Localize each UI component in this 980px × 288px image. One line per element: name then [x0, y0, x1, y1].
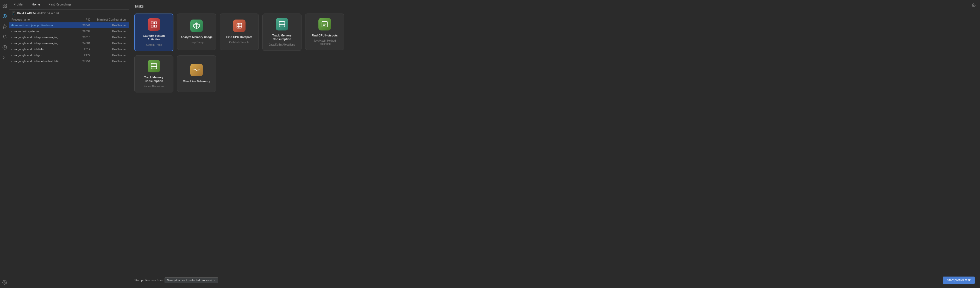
- svg-point-5: [4, 16, 5, 17]
- task-card-capture-system[interactable]: Capture System Activities System Trace: [134, 14, 173, 51]
- track-memory-java-label: Track Memory Consumption: [266, 33, 298, 41]
- process-pid: 24501: [72, 42, 90, 45]
- process-pid: 28613: [72, 36, 90, 39]
- process-manifest: Profileable: [90, 24, 127, 27]
- process-manifest: Profileable: [90, 54, 127, 57]
- view-live-telemetry-label: View Live Telemetry: [183, 80, 210, 83]
- analyze-memory-icon: [190, 19, 203, 32]
- table-row[interactable]: com.android.systemui 29034 Profileable: [10, 29, 129, 34]
- track-memory-native-icon: [148, 60, 160, 72]
- tab-past-recordings[interactable]: Past Recordings: [44, 0, 75, 10]
- svg-rect-18: [154, 25, 156, 27]
- task-card-track-memory-java[interactable]: Track Memory Consumption Java/Kotlin All…: [262, 14, 302, 51]
- process-pid: 2017: [72, 48, 90, 51]
- track-memory-java-icon: [276, 18, 288, 30]
- main-wrapper: Profiler Home Past Recordings 📱 Pixel 7 …: [10, 0, 980, 288]
- gear-icon[interactable]: [1, 278, 8, 286]
- table-row[interactable]: com.google.android.inputmethod.latin 272…: [10, 58, 129, 64]
- tab-home[interactable]: Home: [28, 0, 44, 10]
- start-task-label: Start profiler task from: [134, 278, 162, 282]
- svg-marker-7: [3, 25, 6, 29]
- tasks-title: Tasks: [134, 4, 975, 8]
- task-card-track-memory-native[interactable]: Track Memory Consumption Native Allocati…: [134, 56, 173, 93]
- chevron-down-icon: [213, 279, 216, 282]
- task-row-2: Track Memory Consumption Native Allocati…: [134, 56, 975, 93]
- more-options-button[interactable]: [963, 2, 969, 8]
- table-row[interactable]: android.com.java.profilertester 28041 Pr…: [10, 22, 129, 29]
- sidebar: [0, 0, 10, 288]
- find-cpu2-label: Find CPU Hotspots: [312, 33, 338, 37]
- capture-system-icon: [148, 18, 160, 31]
- settings-button[interactable]: [970, 2, 977, 8]
- process-manifest: Profileable: [90, 48, 127, 51]
- table-row[interactable]: com.google.android.apps.messaging... 245…: [10, 40, 129, 46]
- find-cpu-label: Find CPU Hotspots: [226, 35, 252, 39]
- device-api: Android 14, API 34: [37, 12, 59, 14]
- profiler-icon[interactable]: [1, 13, 8, 20]
- bookmarks-icon[interactable]: [1, 23, 8, 30]
- find-cpu-sublabel: Callstack Sample: [229, 41, 249, 44]
- device-name: Pixel 7 API 34: [17, 12, 36, 15]
- left-panel: Profiler Home Past Recordings 📱 Pixel 7 …: [10, 0, 129, 288]
- svg-rect-16: [154, 22, 156, 24]
- col-pid: PID: [72, 18, 90, 21]
- table-row[interactable]: com.google.android.dialer 2017 Profileab…: [10, 46, 129, 53]
- process-name: com.google.android.inputmethod.latin: [11, 60, 72, 63]
- svg-rect-15: [151, 22, 153, 24]
- track-memory-native-label: Track Memory Consumption: [138, 75, 170, 83]
- process-pid: 29034: [72, 30, 90, 33]
- process-name: com.android.systemui: [11, 30, 72, 33]
- svg-point-13: [966, 6, 966, 6]
- process-manifest: Profileable: [90, 36, 127, 39]
- process-name: com.google.android.gm: [11, 54, 72, 57]
- process-name: com.google.android.apps.messaging...: [11, 42, 72, 45]
- track-memory-native-sublabel: Native Allocations: [144, 85, 164, 88]
- process-dot: [11, 24, 14, 26]
- task-card-analyze-memory[interactable]: Analyze Memory Usage Heap Dump: [177, 14, 216, 50]
- process-pid: 28041: [72, 24, 90, 27]
- svg-rect-3: [5, 6, 6, 8]
- col-process-name: Process name: [11, 18, 72, 21]
- find-cpu2-sublabel: Java/Kotlin Method Recording: [309, 39, 341, 46]
- task-card-find-cpu[interactable]: Find CPU Hotspots Callstack Sample: [220, 14, 259, 50]
- dropdown-value: Now (attaches to selected process): [167, 278, 212, 282]
- svg-rect-23: [237, 24, 242, 29]
- tab-profiler[interactable]: Profiler: [10, 0, 28, 10]
- process-pid: 27251: [72, 60, 90, 63]
- process-table: android.com.java.profilertester 28041 Pr…: [10, 22, 129, 288]
- svg-rect-2: [3, 6, 4, 8]
- time-icon[interactable]: [1, 44, 8, 51]
- find-cpu-icon: [233, 19, 245, 32]
- table-row[interactable]: com.google.android.apps.messaging 28613 …: [10, 34, 129, 40]
- svg-point-10: [4, 282, 5, 283]
- capture-system-sublabel: System Trace: [146, 43, 162, 47]
- process-manifest: Profileable: [90, 42, 127, 45]
- svg-point-14: [973, 5, 974, 6]
- svg-rect-1: [5, 4, 6, 5]
- right-panel: Tasks Capture System Activities System T…: [129, 0, 980, 288]
- svg-point-11: [966, 4, 966, 5]
- start-profiler-button[interactable]: Start profiler task: [943, 277, 975, 284]
- track-memory-java-sublabel: Java/Kotlin Allocations: [269, 43, 295, 46]
- task-start-dropdown[interactable]: Now (attaches to selected process): [165, 277, 218, 283]
- find-cpu2-icon: [318, 18, 331, 30]
- terminal-icon[interactable]: [1, 54, 8, 62]
- table-row[interactable]: com.google.android.gm 2172 Profileable: [10, 53, 129, 58]
- alerts-icon[interactable]: [1, 33, 8, 41]
- device-icon: 📱: [11, 11, 16, 15]
- bottom-bar: Start profiler task from Now (attaches t…: [134, 274, 975, 284]
- task-grid: Capture System Activities System Trace A…: [134, 14, 975, 274]
- build-icon[interactable]: [1, 2, 8, 10]
- header-actions: [963, 2, 977, 8]
- bottom-left: Start profiler task from Now (attaches t…: [134, 277, 218, 283]
- svg-rect-0: [3, 4, 4, 5]
- task-card-view-live-telemetry[interactable]: View Live Telemetry: [177, 56, 216, 92]
- task-card-find-cpu2[interactable]: Find CPU Hotspots Java/Kotlin Method Rec…: [305, 14, 344, 50]
- process-manifest: Profileable: [90, 60, 127, 63]
- process-manifest: Profileable: [90, 30, 127, 33]
- col-manifest: Manifest Configuration: [90, 18, 127, 21]
- analyze-memory-label: Analyze Memory Usage: [181, 35, 213, 39]
- device-row: 📱 Pixel 7 API 34 Android 14, API 34: [10, 10, 129, 17]
- capture-system-label: Capture System Activities: [138, 34, 170, 41]
- svg-point-12: [966, 5, 966, 5]
